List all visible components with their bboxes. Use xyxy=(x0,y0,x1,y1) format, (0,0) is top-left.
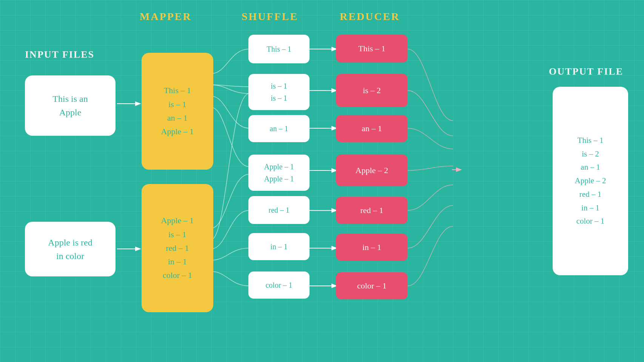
shuffle-box-1-text: This – 1 xyxy=(267,43,291,55)
shuffle-box-5: red – 1 xyxy=(248,196,310,224)
reducer-box-5: red – 1 xyxy=(336,197,408,224)
input-box-1-text: This is anApple xyxy=(52,92,88,119)
input-box-2: Apple is redin color xyxy=(25,222,116,276)
input-box-1: This is anApple xyxy=(25,75,116,136)
mapper-box-1: This – 1is – 1an – 1Apple – 1 xyxy=(142,53,213,170)
shuffle-box-5-text: red – 1 xyxy=(268,204,290,216)
mapper-label: MAPPER xyxy=(140,11,192,23)
input-box-2-text: Apple is redin color xyxy=(48,236,92,263)
reducer-box-3: an – 1 xyxy=(336,115,408,142)
shuffle-box-7-text: color – 1 xyxy=(265,279,292,291)
reducer-box-5-text: red – 1 xyxy=(360,206,383,215)
shuffle-box-3-text: an – 1 xyxy=(270,123,288,135)
reducer-box-6-text: in – 1 xyxy=(362,242,381,252)
shuffle-box-6-text: in – 1 xyxy=(270,241,288,253)
reducer-box-7-text: color – 1 xyxy=(357,281,387,291)
shuffle-box-6: in – 1 xyxy=(248,233,310,260)
output-box: This – 1is – 2an – 1Apple – 2red – 1in –… xyxy=(553,87,628,275)
output-file-label: OUTPUT FILE xyxy=(549,66,623,77)
reducer-box-4: Apple – 2 xyxy=(336,155,408,186)
reducer-box-7: color – 1 xyxy=(336,272,408,299)
shuffle-label: SHUFFLE xyxy=(242,11,298,23)
mapper-box-1-text: This – 1is – 1an – 1Apple – 1 xyxy=(161,84,194,138)
reducer-box-6: in – 1 xyxy=(336,234,408,261)
reducer-box-1-text: This – 1 xyxy=(358,44,385,54)
reducer-box-1: This – 1 xyxy=(336,35,408,63)
input-files-label: INPUT FILES xyxy=(25,49,94,60)
shuffle-box-4-text: Apple – 1Apple – 1 xyxy=(264,161,294,185)
reducer-box-4-text: Apple – 2 xyxy=(356,166,388,175)
shuffle-box-7: color – 1 xyxy=(248,272,310,299)
shuffle-box-4: Apple – 1Apple – 1 xyxy=(248,155,310,191)
reducer-box-2: is – 2 xyxy=(336,74,408,107)
reducer-box-2-text: is – 2 xyxy=(363,86,381,95)
shuffle-box-2-text: is – 1is – 1 xyxy=(271,80,287,104)
reducer-box-3-text: an – 1 xyxy=(362,124,382,133)
mapper-box-2: Apple – 1is – 1red – 1in – 1color – 1 xyxy=(142,184,213,312)
mapper-box-2-text: Apple – 1is – 1red – 1in – 1color – 1 xyxy=(161,214,194,282)
output-box-text: This – 1is – 2an – 1Apple – 2red – 1in –… xyxy=(575,134,606,228)
reducer-label: REDUCER xyxy=(340,11,400,23)
shuffle-box-3: an – 1 xyxy=(248,115,310,142)
shuffle-box-2: is – 1is – 1 xyxy=(248,74,310,110)
shuffle-box-1: This – 1 xyxy=(248,35,310,63)
